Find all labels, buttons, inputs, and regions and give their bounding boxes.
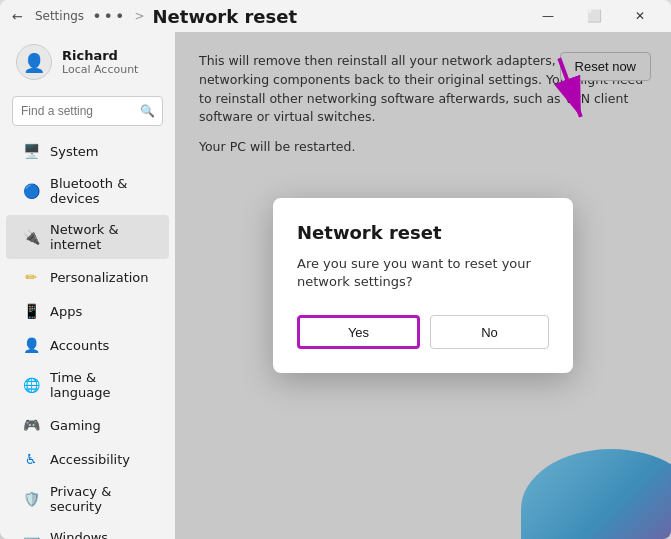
- more-options-button[interactable]: •••: [92, 7, 126, 26]
- sidebar-item-accessibility[interactable]: ♿ Accessibility: [6, 443, 169, 475]
- personalization-icon: ✏️: [22, 268, 40, 286]
- user-info: Richard Local Account: [62, 48, 138, 76]
- dialog-message: Are you sure you want to reset your netw…: [297, 255, 549, 291]
- sidebar-item-system[interactable]: 🖥️ System: [6, 135, 169, 167]
- sidebar-item-network[interactable]: 🔌 Network & internet: [6, 215, 169, 259]
- privacy-icon: 🛡️: [22, 490, 40, 508]
- content-panel: This will remove then reinstall all your…: [175, 32, 671, 539]
- sidebar-item-bluetooth[interactable]: 🔵 Bluetooth & devices: [6, 169, 169, 213]
- nav-label-system: System: [50, 144, 98, 159]
- sidebar-item-privacy[interactable]: 🛡️ Privacy & security: [6, 477, 169, 521]
- sidebar-item-apps[interactable]: 📱 Apps: [6, 295, 169, 327]
- nav-label-update: Windows Update: [50, 530, 153, 539]
- no-button[interactable]: No: [430, 315, 549, 349]
- nav-label-personalization: Personalization: [50, 270, 149, 285]
- sidebar-item-time[interactable]: 🌐 Time & language: [6, 363, 169, 407]
- nav-label-bluetooth: Bluetooth & devices: [50, 176, 153, 206]
- nav-label-accounts: Accounts: [50, 338, 109, 353]
- nav-label-gaming: Gaming: [50, 418, 101, 433]
- page-title: Network reset: [153, 6, 298, 27]
- accounts-icon: 👤: [22, 336, 40, 354]
- sidebar: 👤 Richard Local Account 🔍 🖥️ System 🔵 Bl…: [0, 32, 175, 539]
- search-icon: 🔍: [140, 104, 155, 118]
- nav-label-apps: Apps: [50, 304, 82, 319]
- sidebar-item-windows-update[interactable]: 🔄 Windows Update: [6, 523, 169, 539]
- window-controls: — ⬜ ✕: [525, 0, 663, 32]
- sidebar-item-accounts[interactable]: 👤 Accounts: [6, 329, 169, 361]
- avatar-icon: 👤: [23, 52, 45, 73]
- dialog-overlay: Network reset Are you sure you want to r…: [175, 32, 671, 539]
- bluetooth-icon: 🔵: [22, 182, 40, 200]
- back-button[interactable]: ←: [8, 7, 27, 26]
- nav-label-privacy: Privacy & security: [50, 484, 153, 514]
- network-reset-dialog: Network reset Are you sure you want to r…: [273, 198, 573, 373]
- maximize-button[interactable]: ⬜: [571, 0, 617, 32]
- time-icon: 🌐: [22, 376, 40, 394]
- gaming-icon: 🎮: [22, 416, 40, 434]
- main-area: 👤 Richard Local Account 🔍 🖥️ System 🔵 Bl…: [0, 32, 671, 539]
- breadcrumb-separator: >: [134, 9, 144, 23]
- settings-window: ← Settings ••• > Network reset — ⬜ ✕ 👤 R…: [0, 0, 671, 539]
- apps-icon: 📱: [22, 302, 40, 320]
- minimize-button[interactable]: —: [525, 0, 571, 32]
- dialog-title: Network reset: [297, 222, 549, 243]
- avatar: 👤: [16, 44, 52, 80]
- nav-label-network: Network & internet: [50, 222, 153, 252]
- user-profile: 👤 Richard Local Account: [0, 32, 175, 92]
- network-icon: 🔌: [22, 228, 40, 246]
- system-icon: 🖥️: [22, 142, 40, 160]
- dialog-buttons: Yes No: [297, 315, 549, 349]
- settings-search[interactable]: 🔍: [12, 96, 163, 126]
- account-type: Local Account: [62, 63, 138, 76]
- sidebar-item-gaming[interactable]: 🎮 Gaming: [6, 409, 169, 441]
- app-name: Settings: [35, 9, 84, 23]
- nav-label-accessibility: Accessibility: [50, 452, 130, 467]
- accessibility-icon: ♿: [22, 450, 40, 468]
- title-bar: ← Settings ••• > Network reset — ⬜ ✕: [0, 0, 671, 32]
- nav-label-time: Time & language: [50, 370, 153, 400]
- close-button[interactable]: ✕: [617, 0, 663, 32]
- user-name: Richard: [62, 48, 138, 63]
- yes-button[interactable]: Yes: [297, 315, 420, 349]
- title-bar-left: ← Settings ••• > Network reset: [8, 6, 297, 27]
- sidebar-item-personalization[interactable]: ✏️ Personalization: [6, 261, 169, 293]
